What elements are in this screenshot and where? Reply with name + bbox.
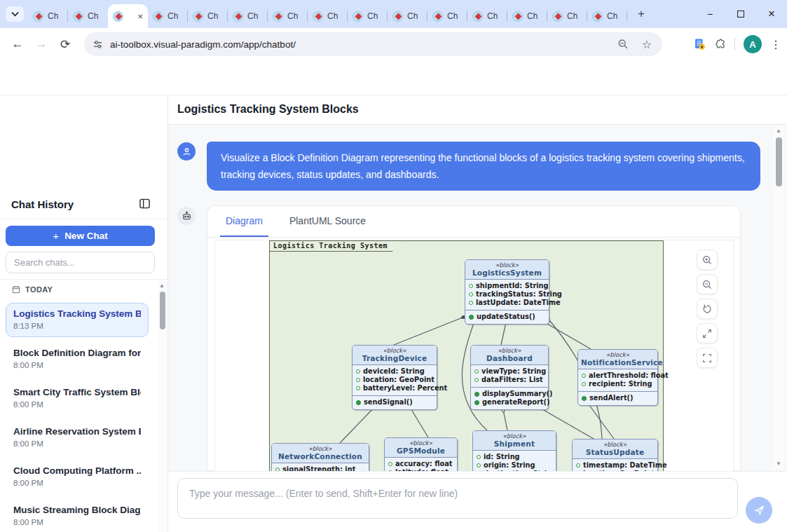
chat-item[interactable]: Music Streaming Block Diagr...8:00 PM — [6, 499, 149, 532]
attribute-icon — [474, 369, 479, 374]
visual-paradigm-favicon — [73, 11, 83, 22]
fullscreen-corners-icon — [702, 353, 713, 364]
reset-view-button[interactable] — [697, 299, 718, 319]
visual-paradigm-favicon — [472, 11, 483, 22]
zoom-out-button[interactable] — [697, 274, 718, 294]
uml-frame: Logistics Tracking System «block»Logisti… — [269, 240, 664, 471]
forward-button[interactable]: → — [29, 32, 53, 56]
back-button[interactable]: ← — [6, 32, 29, 56]
section-label: TODAY — [25, 285, 53, 294]
search-chats-input[interactable] — [6, 252, 155, 273]
send-button[interactable] — [746, 497, 772, 524]
chat-item[interactable]: Airline Reservation System Bl...8:00 PM — [6, 421, 149, 455]
collapse-sidebar-button[interactable] — [139, 198, 151, 212]
browser-tab[interactable]: Ch — [507, 4, 547, 28]
chat-history-sidebar: Chat History + New Chat TODAY Logistics … — [0, 95, 168, 532]
toolbar-divider — [734, 38, 735, 50]
visual-paradigm-favicon — [193, 11, 203, 22]
expand-arrows-icon — [702, 328, 713, 339]
visual-paradigm-favicon — [512, 11, 523, 22]
response-tabs: Diagram PlantUML Source — [207, 206, 740, 238]
operation-icon — [474, 400, 479, 405]
plus-icon: + — [53, 230, 59, 242]
browser-tab[interactable]: Ch — [587, 4, 627, 28]
browser-tab-active[interactable]: × — [108, 4, 148, 28]
visual-paradigm-favicon — [592, 11, 603, 22]
address-bar[interactable]: ai-toolbox.visual-paradigm.com/app/chatb… — [84, 32, 662, 56]
browser-tab[interactable]: Ch — [188, 4, 228, 28]
browser-profile-avatar[interactable]: A — [744, 35, 762, 53]
browser-tabs: Ch Ch × Ch Ch Ch Ch Ch Ch Ch Ch Ch Ch Ch… — [28, 4, 627, 28]
fullscreen-button[interactable] — [697, 348, 718, 368]
browser-tab[interactable]: Ch — [28, 4, 68, 28]
page-title: Logistics Tracking System Blocks — [177, 103, 359, 116]
browser-menu-icon[interactable]: ⋮ — [770, 38, 781, 51]
uml-block-gpsmodule: «block»GPSModule accuracy: float latitud… — [384, 437, 458, 471]
browser-tab[interactable]: Ch — [427, 4, 467, 28]
chat-item-selected[interactable]: Logistics Tracking System Bl...8:13 PM — [6, 303, 149, 337]
tab-diagram[interactable]: Diagram — [220, 206, 268, 237]
scroll-down-icon[interactable]: ▼ — [776, 461, 781, 467]
maximize-button[interactable] — [725, 0, 756, 28]
url-text[interactable]: ai-toolbox.visual-paradigm.com/app/chatb… — [110, 39, 608, 50]
attribute-icon — [477, 463, 481, 468]
browser-tab[interactable]: Ch — [228, 4, 268, 28]
browser-tab[interactable]: Ch — [388, 4, 427, 28]
site-settings-icon[interactable] — [93, 39, 103, 50]
browser-tab[interactable]: Ch — [348, 4, 388, 28]
tab-plantuml-source[interactable]: PlantUML Source — [284, 206, 371, 237]
visual-paradigm-favicon — [432, 11, 443, 22]
browser-tab[interactable]: Ch — [68, 4, 108, 28]
chevron-down-icon — [11, 11, 19, 17]
attribute-icon — [356, 378, 360, 382]
scrollbar-thumb[interactable] — [776, 137, 782, 186]
bookmark-star-icon[interactable]: ☆ — [638, 38, 655, 51]
zoom-out-page-icon[interactable] — [615, 39, 631, 50]
reset-rotate-icon — [702, 303, 713, 315]
reading-list-extension-icon[interactable] — [693, 38, 706, 50]
scroll-up-icon[interactable]: ▲ — [776, 128, 781, 134]
sidebar-scrollbar[interactable]: ▲ ▼ — [158, 281, 167, 532]
visual-paradigm-favicon — [233, 11, 243, 22]
browser-tab[interactable]: Ch — [547, 4, 587, 28]
zoom-in-button[interactable] — [697, 250, 718, 270]
browser-tab[interactable]: Ch — [268, 4, 308, 28]
window-controls: − × — [694, 0, 787, 28]
attribute-icon — [388, 462, 392, 466]
extensions-puzzle-icon[interactable] — [714, 39, 726, 50]
visual-paradigm-favicon — [113, 11, 123, 22]
user-message-bubble: Visualize a Block Definition Diagram rep… — [207, 142, 760, 191]
browser-tab-strip: Ch Ch × Ch Ch Ch Ch Ch Ch Ch Ch Ch Ch Ch… — [0, 0, 787, 28]
user-avatar — [177, 142, 196, 161]
chat-item[interactable]: Smart City Traffic System Blo...8:00 PM — [6, 381, 149, 416]
reload-button[interactable]: ⟳ — [53, 32, 77, 56]
scroll-up-icon[interactable]: ▲ — [159, 282, 165, 289]
divider — [0, 279, 167, 280]
minimize-button[interactable]: − — [694, 0, 725, 28]
browser-tab[interactable]: Ch — [308, 4, 348, 28]
new-chat-button[interactable]: + New Chat — [6, 226, 155, 246]
chat-item[interactable]: Block Definition Diagram for...8:00 PM — [6, 342, 149, 376]
uml-block-notificationservice: «block»NotificationService alertThreshol… — [577, 349, 658, 406]
operation-icon — [582, 396, 587, 401]
message-input[interactable] — [177, 478, 738, 519]
person-icon — [182, 146, 192, 157]
chat-scrollbar[interactable]: ▲ ▼ — [774, 126, 784, 470]
frame-title: Logistics Tracking System — [269, 240, 401, 252]
diagram-controls — [697, 250, 718, 368]
scrollbar-thumb[interactable] — [160, 292, 165, 329]
sidebar-title: Chat History — [11, 198, 74, 210]
diagram-viewport[interactable]: Logistics Tracking System «block»Logisti… — [214, 240, 734, 471]
chat-item[interactable]: Cloud Computing Platform ...8:00 PM — [6, 460, 149, 494]
browser-tab[interactable]: Ch — [467, 4, 507, 28]
browser-tab[interactable]: Ch — [148, 4, 188, 28]
visual-paradigm-favicon — [273, 11, 283, 22]
operation-icon — [469, 315, 474, 320]
attribute-icon — [477, 455, 481, 459]
expand-button[interactable] — [697, 323, 718, 343]
uml-block-trackingdevice: «block»TrackingDevice deviceId: String l… — [352, 345, 437, 410]
tab-search-button[interactable] — [6, 6, 24, 22]
tab-close-icon[interactable]: × — [137, 12, 143, 21]
close-button[interactable]: × — [756, 0, 787, 28]
new-tab-button[interactable]: + — [632, 6, 650, 22]
